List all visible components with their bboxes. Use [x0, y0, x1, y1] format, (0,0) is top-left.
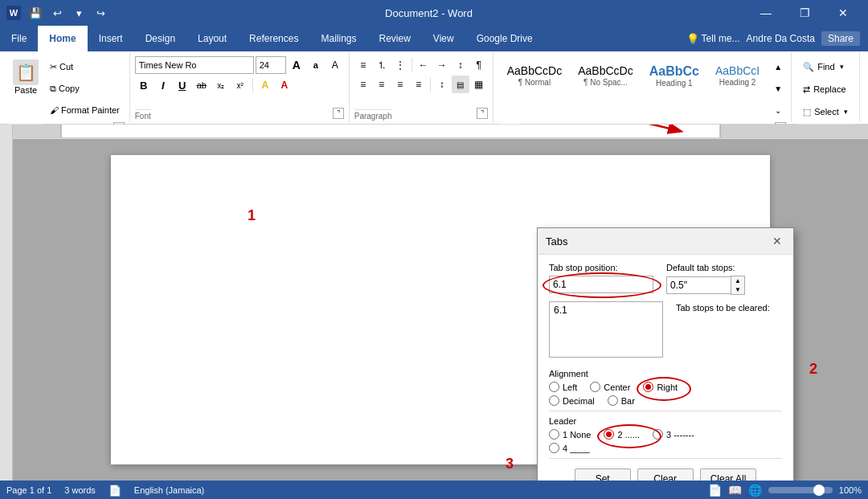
para-row1: ≡ ⒈ ⋮ ← → ↕ ¶: [354, 56, 488, 74]
copy-button[interactable]: ⧉Copy: [45, 78, 125, 99]
subscript-button[interactable]: x₂: [212, 76, 230, 94]
save-btn[interactable]: 💾: [26, 3, 45, 22]
default-tab-input[interactable]: [666, 276, 731, 294]
style-no-space[interactable]: AaBbCcDc ¶ No Spac...: [571, 60, 640, 91]
align-left-btn[interactable]: ≡: [354, 76, 372, 93]
dialog-close-button[interactable]: ✕: [769, 233, 785, 249]
strikethrough-button[interactable]: ab: [193, 76, 211, 94]
tell-me[interactable]: 💡 Tell me...: [686, 33, 740, 45]
leader-underline-radio[interactable]: [549, 443, 559, 453]
select-button[interactable]: ⬚ Select ▾: [796, 101, 854, 122]
borders-btn[interactable]: ▦: [470, 76, 488, 93]
font-color-button[interactable]: A: [276, 76, 293, 94]
sort-btn[interactable]: ↕: [452, 56, 469, 74]
share-btn[interactable]: Share: [821, 31, 860, 46]
tab-mailings[interactable]: Mailings: [309, 26, 367, 51]
tab-list-item[interactable]: 6.1: [551, 304, 661, 317]
justify-btn[interactable]: ≡: [410, 76, 428, 93]
tab-layout[interactable]: Layout: [186, 26, 238, 51]
align-right-btn[interactable]: ≡: [391, 76, 409, 93]
align-bar-radio[interactable]: [608, 395, 618, 406]
style-h2[interactable]: AaBbCcI Heading 2: [708, 60, 767, 91]
paragraph-launcher[interactable]: ⌝: [477, 108, 488, 119]
align-center-radio[interactable]: [590, 382, 600, 392]
minimize-btn[interactable]: —: [747, 0, 784, 26]
replace-button[interactable]: ⇄ Replace: [796, 79, 852, 100]
leader-dots-option[interactable]: 2 ......: [604, 429, 640, 440]
undo-btn[interactable]: ↩: [47, 3, 67, 22]
clear-all-button[interactable]: Clear All: [700, 468, 757, 481]
tab-home[interactable]: Home: [38, 26, 87, 51]
bullets-btn[interactable]: ≡: [354, 56, 372, 74]
superscript-button[interactable]: x²: [231, 76, 249, 94]
tab-insert[interactable]: Insert: [88, 26, 134, 51]
tab-stop-col: Tab stop position:: [549, 263, 653, 295]
zoom-slider[interactable]: [768, 487, 833, 493]
align-left-option[interactable]: Left: [549, 382, 577, 392]
spinner-down-btn[interactable]: ▼: [731, 285, 744, 294]
decrease-indent-btn[interactable]: ←: [415, 56, 432, 74]
font-size-input[interactable]: [256, 56, 286, 74]
paragraph-label-row: Paragraph ⌝: [354, 108, 488, 121]
spinner-up-btn[interactable]: ▲: [731, 276, 744, 285]
align-right-option[interactable]: Right: [643, 382, 678, 392]
show-marks-btn[interactable]: ¶: [470, 56, 488, 74]
redo-btn[interactable]: ↪: [91, 3, 110, 22]
numbering-btn[interactable]: ⒈: [373, 56, 391, 74]
view-web-icon[interactable]: 🌐: [748, 484, 762, 497]
underline-button[interactable]: U: [174, 76, 191, 94]
styles-up-btn[interactable]: ▲: [772, 59, 784, 74]
format-painter-button[interactable]: 🖌Format Painter: [45, 100, 125, 121]
title-bar-left: W 💾 ↩ ▾ ↪: [6, 3, 110, 22]
leader-none-option[interactable]: 1 None: [549, 429, 591, 440]
decrease-font-btn[interactable]: a: [307, 56, 325, 74]
style-normal[interactable]: AaBbCcDc ¶ Normal: [500, 60, 569, 91]
tab-file[interactable]: File: [0, 26, 38, 51]
align-bar-option[interactable]: Bar: [608, 395, 635, 406]
paste-button[interactable]: 📋 Paste: [8, 56, 43, 98]
close-btn[interactable]: ✕: [825, 0, 862, 26]
align-left-radio[interactable]: [549, 382, 559, 392]
align-decimal-option[interactable]: Decimal: [549, 395, 595, 406]
restore-btn[interactable]: ❐: [786, 0, 823, 26]
leader-none-radio[interactable]: [549, 429, 559, 440]
leader-dashes-option[interactable]: 3 -------: [653, 429, 694, 440]
tab-design[interactable]: Design: [134, 26, 186, 51]
italic-button[interactable]: I: [154, 76, 172, 94]
tab-google-drive[interactable]: Google Drive: [465, 26, 544, 51]
font-family-input[interactable]: [135, 56, 254, 74]
bold-button[interactable]: B: [135, 76, 153, 94]
leader-underline-option[interactable]: 4 ____: [549, 443, 590, 453]
leader-dots-radio[interactable]: [604, 429, 614, 440]
view-read-icon[interactable]: 📖: [728, 484, 742, 497]
multilevel-btn[interactable]: ⋮: [391, 56, 409, 74]
tab-stop-input[interactable]: [549, 276, 653, 293]
tab-list-box[interactable]: 6.1: [549, 301, 663, 358]
increase-font-btn[interactable]: A: [288, 56, 305, 74]
leader-dashes-radio[interactable]: [653, 429, 663, 440]
tab-review[interactable]: Review: [367, 26, 421, 51]
view-normal-icon[interactable]: 📄: [708, 484, 722, 497]
divider3: [430, 77, 431, 92]
tab-view[interactable]: View: [422, 26, 465, 51]
clear-format-btn[interactable]: A: [326, 56, 344, 74]
shading-btn[interactable]: ▤: [452, 76, 469, 93]
tab-references[interactable]: References: [238, 26, 309, 51]
align-decimal-radio[interactable]: [549, 395, 559, 406]
styles-expand-btn[interactable]: ⌄: [772, 103, 784, 117]
increase-indent-btn[interactable]: →: [433, 56, 451, 74]
clear-button[interactable]: Clear: [637, 468, 694, 481]
align-right-radio[interactable]: [643, 382, 653, 392]
find-button[interactable]: 🔍 Find ▾: [796, 56, 850, 77]
default-tab-col: Default tab stops: ▲ ▼: [666, 263, 745, 295]
styles-down-btn[interactable]: ▼: [772, 81, 784, 96]
style-h1[interactable]: AaBbCc Heading 1: [642, 59, 706, 92]
align-center-btn[interactable]: ≡: [373, 76, 391, 93]
font-launcher[interactable]: ⌝: [333, 108, 344, 119]
set-button[interactable]: Set: [575, 468, 631, 481]
highlight-button[interactable]: A: [256, 76, 274, 94]
line-spacing-btn[interactable]: ↕: [433, 76, 451, 93]
align-center-option[interactable]: Center: [590, 382, 630, 392]
undo-dropdown[interactable]: ▾: [69, 3, 88, 22]
cut-button[interactable]: ✂Cut: [45, 56, 125, 77]
